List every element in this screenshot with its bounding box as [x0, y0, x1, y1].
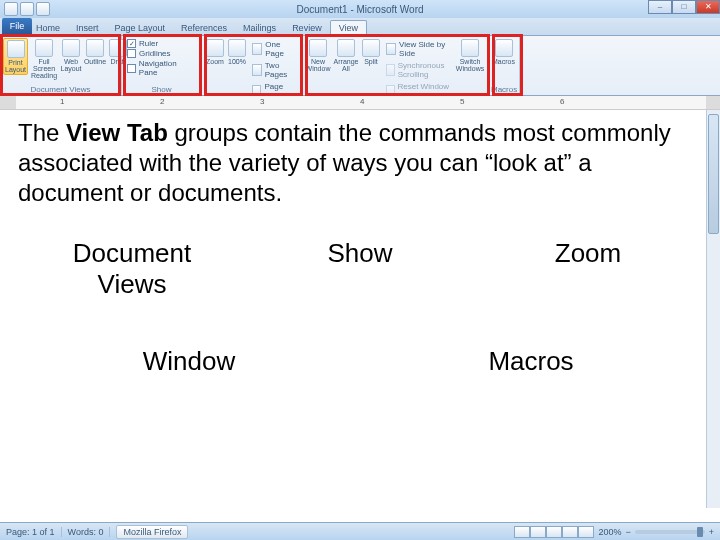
checkbox-icon: ✓ — [127, 39, 136, 48]
sync-scroll-button[interactable]: Synchronous Scrolling — [385, 60, 452, 80]
side-by-side-label: View Side by Side — [399, 40, 451, 58]
group-zoom: Zoom 100% One Page Two Pages Page Width … — [202, 36, 302, 95]
print-layout-icon — [7, 40, 25, 58]
tab-home[interactable]: Home — [28, 21, 68, 35]
status-page[interactable]: Page: 1 of 1 — [0, 527, 62, 537]
gridlines-label: Gridlines — [139, 49, 171, 58]
ruler-number: 3 — [260, 97, 264, 106]
zoom-100-label: 100% — [228, 58, 246, 65]
magnifier-icon — [206, 39, 224, 57]
outline-button[interactable]: Outline — [84, 38, 106, 66]
sync-scroll-label: Synchronous Scrolling — [398, 61, 451, 79]
one-page-icon — [252, 43, 262, 55]
ruler-checkbox[interactable]: ✓Ruler — [127, 39, 196, 48]
taskbar-firefox[interactable]: Mozilla Firefox — [116, 525, 188, 539]
group-show: ✓Ruler Gridlines Navigation Pane Show — [122, 36, 202, 95]
new-window-button[interactable]: New Window — [305, 38, 331, 73]
two-pages-button[interactable]: Two Pages — [251, 60, 296, 80]
minimize-button[interactable]: – — [648, 0, 672, 14]
split-icon — [362, 39, 380, 57]
view-fullscreen-icon[interactable] — [530, 526, 546, 538]
ruler-label: Ruler — [139, 39, 158, 48]
arrange-all-label: Arrange All — [334, 58, 359, 72]
document-area: The View Tab groups contain the commands… — [0, 110, 720, 508]
switch-windows-button[interactable]: Switch Windows — [456, 38, 484, 73]
view-web-icon[interactable] — [546, 526, 562, 538]
gridlines-checkbox[interactable]: Gridlines — [127, 49, 196, 58]
zoom-button[interactable]: Zoom — [205, 38, 225, 66]
percent-icon — [228, 39, 246, 57]
body-bold: View Tab — [66, 119, 168, 146]
group-window: New Window Arrange All Split View Side b… — [302, 36, 488, 95]
ruler-number: 4 — [360, 97, 364, 106]
label-show: Show — [246, 238, 474, 300]
horizontal-ruler: 123456 — [0, 96, 720, 110]
print-layout-button[interactable]: Print Layout — [3, 38, 28, 75]
navpane-label: Navigation Pane — [139, 59, 196, 77]
fullscreen-reading-button[interactable]: Full Screen Reading — [30, 38, 58, 80]
zoom-percent[interactable]: 200% — [598, 527, 621, 537]
window-controls: – □ ✕ — [648, 0, 720, 14]
tab-pagelayout[interactable]: Page Layout — [107, 21, 174, 35]
fullscreen-icon — [35, 39, 53, 57]
ribbon-tabs: Home Insert Page Layout References Maili… — [0, 18, 720, 36]
tab-references[interactable]: References — [173, 21, 235, 35]
arrange-all-button[interactable]: Arrange All — [333, 38, 359, 73]
zoom-in-icon[interactable]: + — [709, 527, 714, 537]
view-draft-icon[interactable] — [578, 526, 594, 538]
file-tab[interactable]: File — [2, 18, 32, 34]
ruler-number: 6 — [560, 97, 564, 106]
view-print-icon[interactable] — [514, 526, 530, 538]
redo-icon[interactable] — [36, 2, 50, 16]
quick-access-toolbar — [0, 2, 54, 16]
tab-review[interactable]: Review — [284, 21, 330, 35]
two-pages-label: Two Pages — [265, 61, 295, 79]
group-label-show: Show — [125, 84, 198, 95]
app-title: Document1 - Microsoft Word — [296, 4, 423, 15]
new-window-icon — [309, 39, 327, 57]
status-words[interactable]: Words: 0 — [62, 527, 111, 537]
navpane-checkbox[interactable]: Navigation Pane — [127, 59, 196, 77]
undo-icon[interactable] — [20, 2, 34, 16]
label-zoom: Zoom — [474, 238, 702, 300]
save-icon[interactable] — [4, 2, 18, 16]
tab-mailings[interactable]: Mailings — [235, 21, 284, 35]
ruler-number: 1 — [60, 97, 64, 106]
label-macros: Macros — [360, 346, 702, 377]
one-page-button[interactable]: One Page — [251, 39, 296, 59]
zoom-slider-thumb[interactable] — [697, 527, 703, 537]
zoom-100-button[interactable]: 100% — [227, 38, 247, 66]
group-label-docviews: Document Views — [3, 84, 118, 95]
maximize-button[interactable]: □ — [672, 0, 696, 14]
ribbon: Print Layout Full Screen Reading Web Lay… — [0, 36, 720, 96]
zoom-out-icon[interactable]: − — [625, 527, 630, 537]
macros-button[interactable]: Macros — [491, 38, 516, 66]
two-pages-icon — [252, 64, 262, 76]
close-button[interactable]: ✕ — [696, 0, 720, 14]
tab-view[interactable]: View — [330, 20, 367, 35]
scrollbar-thumb[interactable] — [708, 114, 719, 234]
view-outline-icon[interactable] — [562, 526, 578, 538]
outline-label: Outline — [84, 58, 106, 65]
one-page-label: One Page — [265, 40, 295, 58]
web-layout-button[interactable]: Web Layout — [60, 38, 82, 73]
body-paragraph: The View Tab groups contain the commands… — [18, 118, 702, 208]
fullscreen-label: Full Screen Reading — [31, 58, 57, 79]
ruler-number: 2 — [160, 97, 164, 106]
print-layout-label: Print Layout — [5, 59, 26, 73]
switch-windows-icon — [461, 39, 479, 57]
new-window-label: New Window — [306, 58, 331, 72]
side-by-side-button[interactable]: View Side by Side — [385, 39, 452, 59]
checkbox-icon — [127, 49, 136, 58]
outline-icon — [86, 39, 104, 57]
group-document-views: Print Layout Full Screen Reading Web Lay… — [0, 36, 122, 95]
split-button[interactable]: Split — [361, 38, 381, 66]
web-layout-icon — [62, 39, 80, 57]
vertical-scrollbar[interactable] — [706, 110, 720, 508]
body-prefix: The — [18, 119, 66, 146]
switch-windows-label: Switch Windows — [456, 58, 484, 72]
zoom-slider[interactable] — [635, 530, 705, 534]
group-macros: Macros Macros — [488, 36, 520, 95]
sync-scroll-icon — [386, 64, 395, 76]
tab-insert[interactable]: Insert — [68, 21, 107, 35]
